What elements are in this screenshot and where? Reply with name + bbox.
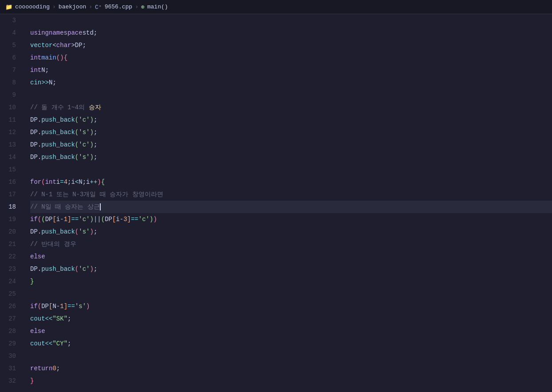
code-content-31: return 0; [30, 362, 60, 375]
code-content-6: int main() { [30, 51, 67, 64]
code-content-25 [30, 288, 34, 300]
code-line-13: DP.push_back('c'); [30, 139, 552, 151]
breadcrumb: 📁 coooooding › baekjoon › C⁺ 9656.cpp › … [0, 0, 552, 14]
code-line-15 [30, 163, 552, 176]
code-content-7: int N; [30, 64, 49, 76]
code-content-4: using namespace std; [30, 27, 97, 39]
line-number-11: 11 [4, 114, 23, 126]
code-line-18: // N일 때 승자는 상근 [30, 201, 552, 213]
code-line-8: cin >> N; [30, 76, 552, 89]
code-content-24: } [30, 275, 34, 288]
code-content-19: if ((DP[i-1] == 'c') || (DP[i-3] == 'c')… [30, 213, 157, 226]
line-number-8: 8 [4, 76, 23, 89]
code-content-11: DP.push_back('c'); [30, 114, 97, 126]
code-line-21: // 반대의 경우 [30, 238, 552, 250]
cpp-icon: C⁺ [95, 4, 102, 11]
code-area[interactable]: using namespace std;vector<char> DP;int … [27, 14, 552, 392]
line-number-28: 28 [4, 325, 23, 337]
code-line-12: DP.push_back('s'); [30, 126, 552, 139]
folder-icon: 📁 [5, 4, 12, 11]
code-line-5: vector<char> DP; [30, 39, 552, 51]
code-line-19: if ((DP[i-1] == 'c') || (DP[i-3] == 'c')… [30, 213, 552, 226]
code-line-20: DP.push_back('s'); [30, 226, 552, 238]
breadcrumb-baekjoon[interactable]: baekjoon [59, 4, 86, 10]
code-content-22: else [30, 250, 45, 263]
breadcrumb-sep-1: › [52, 4, 56, 10]
line-number-13: 13 [4, 139, 23, 151]
line-numbers: 3456789101112131415161718192021222324252… [0, 14, 27, 392]
code-content-26: if (DP[N-1] == 's') [30, 300, 90, 313]
line-number-4: 4 [4, 27, 23, 39]
code-content-17: // N-1 또는 N-3개일 때 승자가 창영이라면 [30, 188, 163, 201]
code-content-14: DP.push_back('s'); [30, 151, 97, 163]
breadcrumb-function[interactable]: main() [147, 4, 168, 10]
code-line-23: DP.push_back('c'); [30, 263, 552, 275]
line-number-32: 32 [4, 375, 23, 387]
line-number-12: 12 [4, 126, 23, 139]
line-number-17: 17 [4, 188, 23, 201]
line-number-21: 21 [4, 238, 23, 250]
code-content-9 [30, 89, 34, 101]
line-number-5: 5 [4, 39, 23, 51]
line-number-29: 29 [4, 337, 23, 350]
code-content-29: cout << "CY"; [30, 337, 71, 350]
code-content-16: for (int i = 4; i < N; i++) { [30, 176, 105, 188]
code-line-22: else [30, 250, 552, 263]
line-number-16: 16 [4, 176, 23, 188]
code-line-10: // 돌 개수 1~4의 승자 [30, 101, 552, 114]
code-line-7: int N; [30, 64, 552, 76]
line-number-15: 15 [4, 163, 23, 176]
code-line-17: // N-1 또는 N-3개일 때 승자가 창영이라면 [30, 188, 552, 201]
code-content-15 [30, 163, 34, 176]
code-content-30 [30, 350, 34, 362]
code-line-25 [30, 288, 552, 300]
line-number-7: 7 [4, 64, 23, 76]
code-line-3 [30, 14, 552, 27]
code-content-13: DP.push_back('c'); [30, 139, 97, 151]
line-number-14: 14 [4, 151, 23, 163]
breadcrumb-coooooding[interactable]: coooooding [15, 4, 50, 10]
breadcrumb-filename[interactable]: 9656.cpp [105, 4, 132, 10]
code-content-21: // 반대의 경우 [30, 238, 76, 250]
code-line-32: } [30, 375, 552, 387]
code-line-9 [30, 89, 552, 101]
editor: 3456789101112131415161718192021222324252… [0, 14, 552, 392]
line-number-24: 24 [4, 275, 23, 288]
code-line-4: using namespace std; [30, 27, 552, 39]
code-content-12: DP.push_back('s'); [30, 126, 97, 139]
breadcrumb-sep-2: › [89, 4, 92, 10]
code-line-30 [30, 350, 552, 362]
code-content-3 [30, 14, 34, 27]
line-number-31: 31 [4, 362, 23, 375]
line-number-26: 26 [4, 300, 23, 313]
line-number-23: 23 [4, 263, 23, 275]
code-content-28: else [30, 325, 45, 337]
line-number-18: 18 [4, 201, 23, 213]
code-line-27: cout << "SK"; [30, 313, 552, 325]
code-content-8: cin >> N; [30, 76, 56, 89]
breadcrumb-sep-3: › [135, 4, 138, 10]
code-line-11: DP.push_back('c'); [30, 114, 552, 126]
code-content-27: cout << "SK"; [30, 313, 71, 325]
code-content-18: // N일 때 승자는 상근 [30, 201, 101, 213]
code-content-5: vector<char> DP; [30, 39, 86, 51]
func-icon: ⊕ [141, 4, 145, 11]
code-line-31: return 0; [30, 362, 552, 375]
code-line-26: if (DP[N-1] == 's') [30, 300, 552, 313]
line-number-20: 20 [4, 226, 23, 238]
code-line-14: DP.push_back('s'); [30, 151, 552, 163]
code-line-6: int main() { [30, 51, 552, 64]
code-content-23: DP.push_back('c'); [30, 263, 97, 275]
code-line-28: else [30, 325, 552, 337]
code-content-10: // 돌 개수 1~4의 승자 [30, 101, 101, 114]
line-number-22: 22 [4, 250, 23, 263]
code-line-29: cout << "CY"; [30, 337, 552, 350]
code-content-32: } [30, 375, 34, 387]
line-number-3: 3 [4, 14, 23, 27]
code-content-20: DP.push_back('s'); [30, 226, 97, 238]
line-number-6: 6 [4, 51, 23, 64]
line-number-27: 27 [4, 313, 23, 325]
line-number-25: 25 [4, 288, 23, 300]
code-line-24: } [30, 275, 552, 288]
line-number-19: 19 [4, 213, 23, 226]
